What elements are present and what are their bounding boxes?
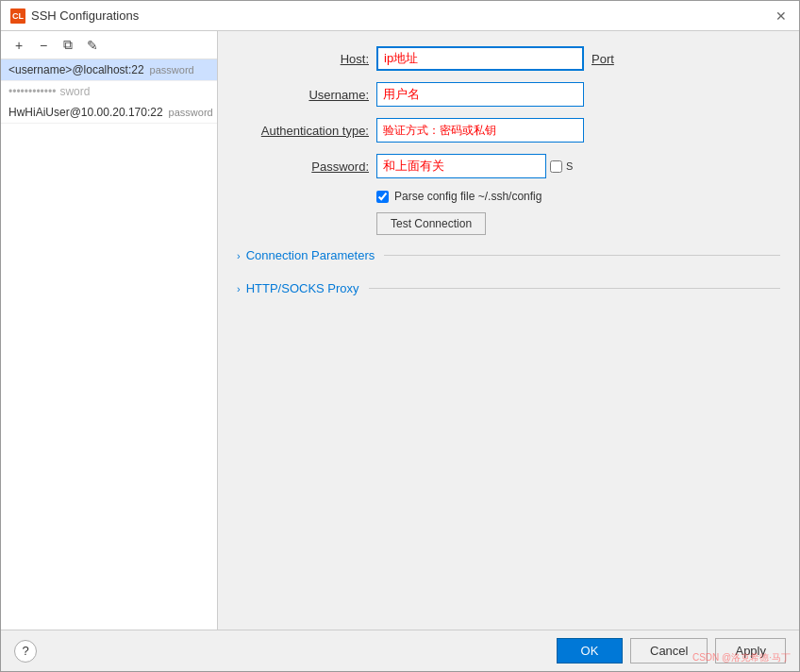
http-proxy-section[interactable]: › HTTP/SOCKS Proxy [237, 281, 780, 295]
left-panel: + − ⧉ ✎ <username>@localhost:22 password… [1, 31, 218, 630]
connection-params-chevron: › [237, 250, 241, 261]
list-item[interactable]: HwHiAiUser@10.00.20.170:22 password [1, 102, 217, 124]
password-extra-label: S [566, 160, 573, 172]
password-label: Password: [237, 160, 369, 174]
ssh-configurations-dialog: CL SSH Configurations ✕ + − ⧉ ✎ <usernam… [0, 0, 800, 672]
host-row: Host: Port [237, 46, 780, 71]
password-input-group: S [376, 154, 573, 178]
connection-params-section[interactable]: › Connection Parameters [237, 248, 780, 262]
host-input[interactable] [376, 46, 584, 71]
parse-config-label: Parse config file ~/.ssh/config [394, 190, 542, 203]
http-proxy-label: HTTP/SOCKS Proxy [246, 281, 359, 295]
auth-type-label: Authentication type: [237, 124, 369, 138]
host-label: Host: [237, 52, 369, 66]
password-row: Password: S [237, 154, 780, 178]
password-checkbox[interactable] [550, 160, 562, 173]
dialog-title: SSH Configurations [31, 8, 139, 23]
copy-button[interactable]: ⧉ [58, 35, 78, 56]
connection-params-label: Connection Parameters [246, 248, 375, 262]
parse-config-checkbox[interactable] [376, 191, 389, 203]
ok-button[interactable]: OK [557, 638, 623, 664]
parse-config-row: Parse config file ~/.ssh/config [376, 190, 780, 203]
app-icon: CL [10, 8, 25, 24]
connection-params-divider [384, 255, 780, 256]
bottom-bar: ? OK Cancel Apply [1, 630, 799, 671]
connection-name-3: HwHiAiUser@10.00.20.170:22 [8, 106, 163, 119]
right-panel: Host: Port Username: Authentication type… [218, 31, 799, 630]
apply-button[interactable]: Apply [715, 638, 786, 664]
port-label: Port [592, 52, 614, 66]
cancel-button[interactable]: Cancel [630, 638, 708, 664]
toolbar: + − ⧉ ✎ [1, 31, 217, 59]
test-connection-button[interactable]: Test Connection [376, 212, 486, 235]
http-proxy-divider [369, 288, 780, 289]
main-content: + − ⧉ ✎ <username>@localhost:22 password… [1, 31, 799, 630]
auth-type-row: Authentication type: [237, 118, 780, 143]
username-row: Username: [237, 82, 780, 107]
http-proxy-chevron: › [237, 283, 241, 294]
password-input[interactable] [376, 154, 546, 178]
add-button[interactable]: + [8, 35, 29, 56]
auth-type-input[interactable] [376, 118, 584, 143]
list-item[interactable]: <username>@localhost:22 password [1, 59, 217, 81]
username-label: Username: [237, 88, 369, 102]
connection-auth-tag: password [150, 64, 194, 76]
title-bar: CL SSH Configurations ✕ [1, 1, 799, 31]
title-bar-left: CL SSH Configurations [10, 8, 139, 24]
close-button[interactable]: ✕ [773, 8, 790, 25]
bottom-bar-right: OK Cancel Apply [557, 638, 786, 664]
bottom-bar-left: ? [14, 640, 37, 663]
connection-list: <username>@localhost:22 password •••••••… [1, 59, 217, 630]
list-item-blurred[interactable]: •••••••••••• sword [1, 81, 217, 102]
remove-button[interactable]: − [33, 35, 54, 56]
connection-name: <username>@localhost:22 [8, 63, 144, 76]
edit-button[interactable]: ✎ [82, 35, 103, 56]
connection-name-blurred: •••••••••••• [8, 85, 56, 98]
help-button[interactable]: ? [14, 640, 37, 663]
username-input[interactable] [376, 82, 584, 107]
connection-auth-tag-blurred: sword [59, 85, 90, 98]
test-connection-row: Test Connection [376, 212, 780, 235]
connection-auth-tag-3: password [169, 107, 213, 118]
